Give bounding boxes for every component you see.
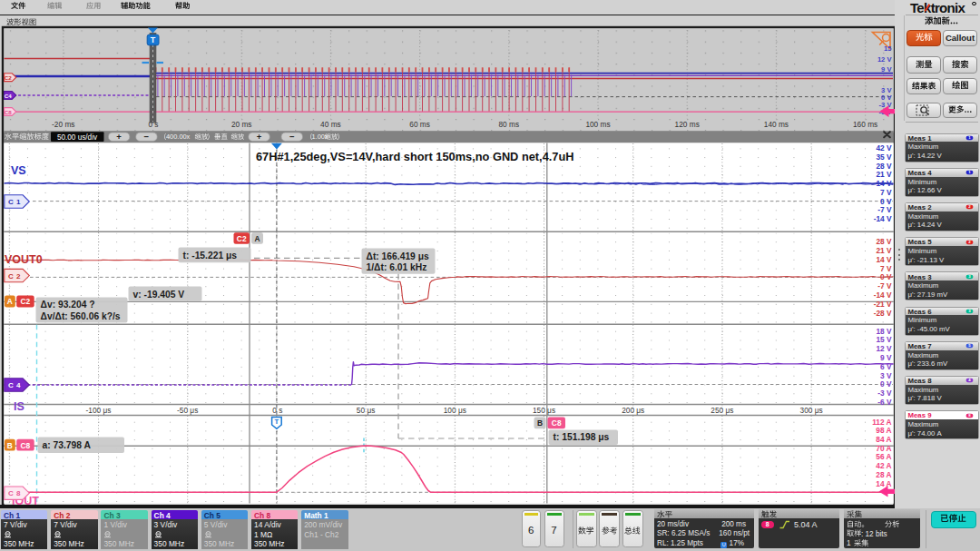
svg-text:B: B [537,418,543,428]
svg-text:12 V: 12 V [877,55,893,64]
svg-text:12 V: 12 V [876,344,892,353]
svg-text:14 V: 14 V [876,179,892,188]
svg-text:C8: C8 [552,418,562,428]
svg-text:40 ms: 40 ms [320,120,341,129]
svg-text:84 A: 84 A [876,435,891,444]
svg-text:C8: C8 [5,109,12,115]
svg-text:9 V: 9 V [880,353,892,362]
svg-text:112 A: 112 A [872,418,891,427]
svg-text:200 μs: 200 μs [622,406,644,415]
svg-text:+: + [257,132,262,142]
svg-text:3 V: 3 V [880,371,892,380]
svg-text:-21 V: -21 V [874,300,892,309]
svg-text:98 A: 98 A [876,426,891,435]
svg-text:100 ms: 100 ms [585,120,610,129]
svg-text:C2: C2 [237,234,247,243]
svg-text:28 V: 28 V [876,237,892,246]
svg-text:-6 V: -6 V [877,398,892,407]
svg-text:C2: C2 [5,74,12,81]
svg-text:0 s: 0 s [272,406,282,415]
svg-text:-3 V: -3 V [877,389,892,398]
svg-text:VOUT0: VOUT0 [5,253,43,266]
svg-text:Δt: 166.419 μs: Δt: 166.419 μs [367,251,430,261]
svg-text:120 ms: 120 ms [675,120,700,129]
svg-text:20 ms: 20 ms [231,120,252,129]
svg-text:C8: C8 [21,441,31,450]
svg-text:50.00 us/div: 50.00 us/div [57,133,98,142]
svg-text:C2: C2 [21,297,31,306]
svg-text:Δv: 93.204 ?: Δv: 93.204 ? [41,300,95,310]
svg-text:21 V: 21 V [876,246,892,255]
svg-text:1/Δt: 6.01 kHz: 1/Δt: 6.01 kHz [367,262,427,272]
svg-text:A: A [7,297,13,306]
svg-text:6 V: 6 V [880,362,892,371]
svg-text:-50 μs: -50 μs [177,406,198,415]
svg-text:15 V: 15 V [876,335,892,344]
svg-text:0 V: 0 V [880,197,892,206]
svg-text:-100 μs: -100 μs [86,406,112,415]
svg-text:14 A: 14 A [876,479,891,488]
svg-text:t: -15.221 μs: t: -15.221 μs [183,251,238,261]
svg-text:-7 V: -7 V [877,281,892,290]
svg-text:-20 ms: -20 ms [52,120,74,129]
svg-text:C4: C4 [5,93,12,99]
svg-text:A: A [254,234,260,243]
svg-text:C 1: C 1 [8,198,21,206]
svg-text:67H#1,25deg,VS=14V,hard short: 67H#1,25deg,VS=14V,hard short 150ms,no G… [256,150,574,163]
svg-text:9 V: 9 V [881,65,892,74]
svg-text:7 V: 7 V [880,264,892,273]
svg-text:t: 151.198 μs: t: 151.198 μs [554,432,610,442]
svg-text:160 ms: 160 ms [853,120,877,129]
svg-text:C 4: C 4 [8,381,21,389]
svg-text:-28 V: -28 V [874,309,892,318]
svg-text:+: + [116,132,122,142]
svg-text:400.00x: 400.00x [166,133,191,141]
svg-text:VS: VS [11,164,26,177]
svg-text:250 μs: 250 μs [710,406,733,415]
svg-text:80 ms: 80 ms [499,120,520,129]
svg-text:150 μs: 150 μs [533,406,555,415]
svg-text:7 V: 7 V [880,188,892,197]
svg-text:−: − [289,132,295,142]
svg-text:0 V: 0 V [880,379,892,389]
svg-text:21 V: 21 V [876,170,892,179]
svg-text:18 V: 18 V [876,327,892,336]
svg-text:T: T [151,35,156,44]
svg-text:-14 V: -14 V [874,214,892,223]
svg-text:56 A: 56 A [876,452,891,461]
svg-text:100 μs: 100 μs [444,406,466,415]
svg-text:-14 V: -14 V [874,290,892,300]
svg-text:15: 15 [884,44,892,53]
svg-text:T: T [275,418,279,426]
svg-text:C 8: C 8 [8,489,21,497]
svg-text:42 A: 42 A [876,461,891,470]
svg-text:B: B [7,441,13,450]
svg-text:C 2: C 2 [8,272,21,280]
svg-text:a: 73.798 A: a: 73.798 A [43,440,92,450]
svg-text:70 A: 70 A [876,444,891,453]
svg-text:28 V: 28 V [876,162,892,171]
svg-text:50 μs: 50 μs [357,406,375,415]
svg-text:v: -19.405 V: v: -19.405 V [133,290,185,300]
svg-text:35 V: 35 V [876,153,892,162]
svg-text:0 V: 0 V [880,272,892,281]
svg-text:−: − [144,132,150,142]
svg-text:28 A: 28 A [876,470,891,479]
svg-text:-7 V: -7 V [877,205,892,214]
svg-text:42 V: 42 V [876,143,892,153]
svg-text:14 V: 14 V [876,255,892,264]
svg-text:140 ms: 140 ms [764,120,789,129]
svg-text:60 ms: 60 ms [409,120,430,129]
svg-text:IS: IS [14,400,24,413]
svg-text:300 μs: 300 μs [800,406,823,415]
svg-text:Δv/Δt: 560.06 k?/s: Δv/Δt: 560.06 k?/s [41,311,121,321]
